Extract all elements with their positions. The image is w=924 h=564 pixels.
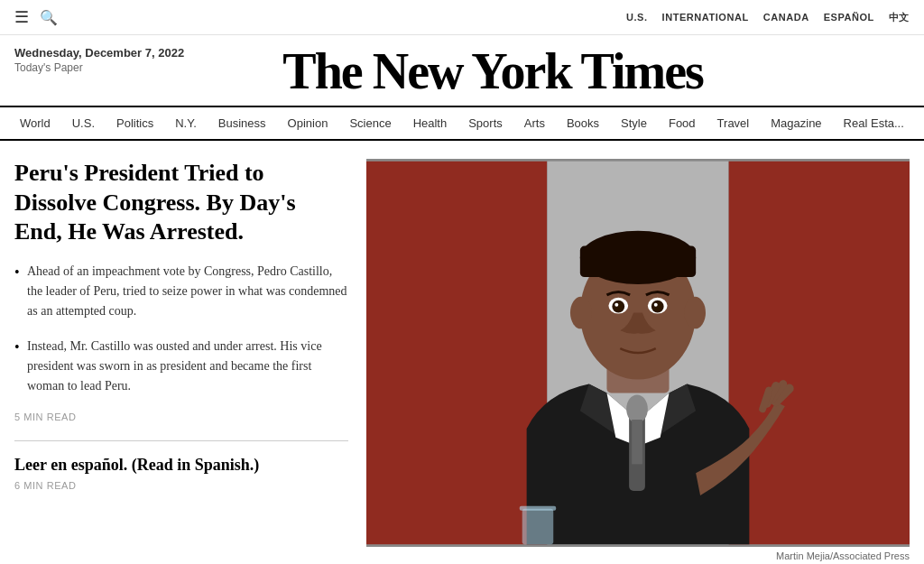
svg-point-9 (570, 297, 592, 329)
edition-canada[interactable]: CANADA (763, 12, 809, 23)
nav-realestate[interactable]: Real Esta... (833, 107, 915, 139)
nav-sports[interactable]: Sports (457, 107, 513, 139)
article-image-column: Martin Mejia/Associated Press (366, 159, 910, 561)
bullet-2: Instead, Mr. Castillo was ousted and und… (14, 337, 348, 397)
secondary-headline[interactable]: Leer en español. (Read in Spanish.) (14, 456, 348, 475)
nav-ny[interactable]: N.Y. (164, 107, 208, 139)
top-bar-left: ☰ 🔍 (14, 7, 58, 27)
nav-food[interactable]: Food (658, 107, 707, 139)
svg-point-18 (626, 394, 648, 423)
svg-point-14 (651, 300, 664, 313)
search-icon[interactable]: 🔍 (40, 9, 58, 26)
edition-us[interactable]: U.S. (626, 12, 648, 23)
site-title: The New York Times (184, 46, 801, 97)
nav-us[interactable]: U.S. (61, 107, 106, 139)
header-date-section: Wednesday, December 7, 2022 Today's Pape… (14, 46, 184, 74)
svg-point-15 (614, 303, 618, 307)
main-nav: World U.S. Politics N.Y. Business Opinio… (0, 107, 924, 141)
nav-science[interactable]: Science (338, 107, 402, 139)
min-read-label: 5 MIN READ (14, 411, 348, 422)
nav-magazine[interactable]: Magazine (760, 107, 832, 139)
edition-espanol[interactable]: ESPAÑOL (824, 12, 874, 23)
todays-paper-link[interactable]: Today's Paper (14, 61, 184, 74)
main-headline[interactable]: Peru's President Tried to Dissolve Congr… (14, 159, 348, 247)
svg-rect-24 (522, 509, 554, 544)
svg-rect-25 (520, 506, 556, 511)
svg-point-13 (612, 300, 624, 313)
nav-health[interactable]: Health (402, 107, 458, 139)
article-photo (366, 159, 910, 547)
secondary-min-read: 6 MIN READ (14, 480, 348, 491)
article-divider (14, 440, 348, 441)
nav-arts[interactable]: Arts (513, 107, 556, 139)
svg-rect-19 (632, 420, 642, 464)
site-header: Wednesday, December 7, 2022 Today's Pape… (0, 35, 924, 107)
edition-chinese[interactable]: 中文 (889, 11, 910, 24)
edition-links: U.S. INTERNATIONAL CANADA ESPAÑOL 中文 (626, 11, 910, 24)
nav-travel[interactable]: Travel (707, 107, 761, 139)
article-bullets: Ahead of an impeachment vote by Congress… (14, 262, 348, 397)
nav-politics[interactable]: Politics (106, 107, 164, 139)
article-left-column: Peru's President Tried to Dissolve Congr… (14, 159, 366, 561)
edition-international[interactable]: INTERNATIONAL (662, 12, 749, 23)
nav-style[interactable]: Style (610, 107, 658, 139)
svg-rect-8 (580, 246, 696, 278)
svg-point-10 (684, 297, 706, 329)
svg-point-16 (654, 303, 658, 307)
nav-books[interactable]: Books (556, 107, 610, 139)
article-photo-svg (366, 159, 910, 547)
hamburger-icon[interactable]: ☰ (14, 7, 29, 27)
nav-business[interactable]: Business (208, 107, 277, 139)
main-content: Peru's President Tried to Dissolve Congr… (0, 141, 924, 564)
bullet-1: Ahead of an impeachment vote by Congress… (14, 262, 348, 322)
top-bar: ☰ 🔍 U.S. INTERNATIONAL CANADA ESPAÑOL 中文 (0, 0, 924, 35)
nav-world[interactable]: World (9, 107, 61, 139)
masthead: The New York Times (184, 46, 801, 97)
current-date: Wednesday, December 7, 2022 (14, 46, 184, 60)
nav-opinion[interactable]: Opinion (277, 107, 339, 139)
image-caption: Martin Mejia/Associated Press (366, 550, 910, 561)
